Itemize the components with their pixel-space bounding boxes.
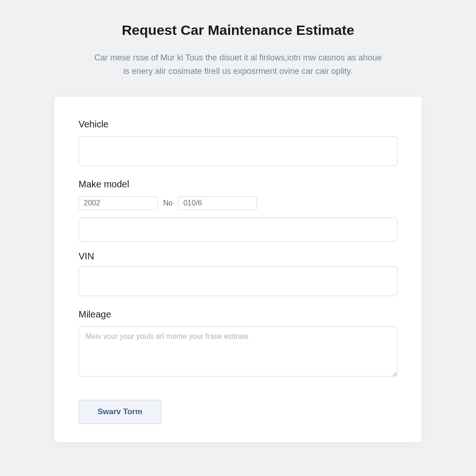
vin-group: VIN [79,251,397,296]
mileage-group: Mileage [79,309,397,378]
year-input[interactable] [79,196,158,210]
page-subtitle: Car mese rsse of Mur ki Tous the disuet … [94,51,382,78]
mileage-textarea[interactable] [79,326,397,377]
vehicle-group: Vehicle [79,119,397,166]
mileage-label: Mileage [79,309,397,320]
make-model-label: Make model [79,179,397,190]
make-model-separator: No [163,199,172,207]
form-card: Vehicle Make model No VIN Mileage Swarv … [54,97,422,443]
code-input[interactable] [178,196,257,210]
vehicle-label: Vehicle [79,119,397,130]
make-model-inline-row: No [79,196,397,210]
submit-button[interactable]: Swarv Torm [79,400,161,424]
vehicle-input[interactable] [79,136,397,166]
make-model-group: Make model No [79,179,397,242]
page-title: Request Car Maintenance Estimate [122,22,354,38]
make-model-full-input[interactable] [79,218,397,242]
vin-label: VIN [79,251,397,262]
vin-input[interactable] [79,266,397,296]
